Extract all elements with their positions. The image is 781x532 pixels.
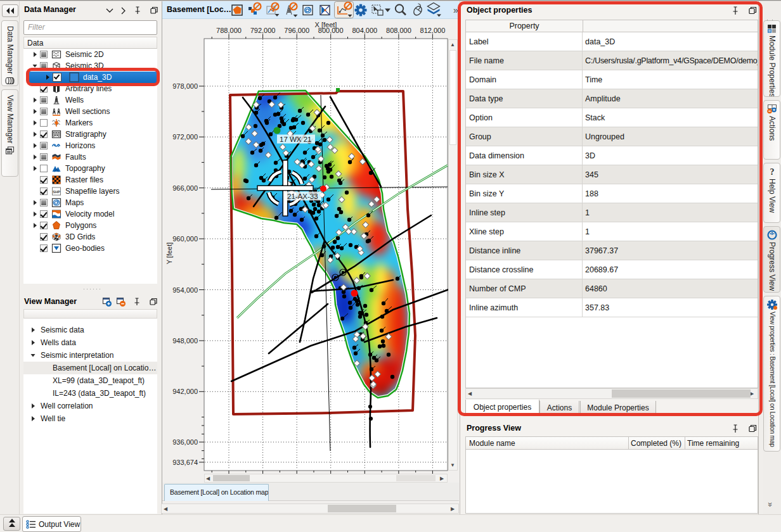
svg-text:808,000: 808,000 (386, 27, 411, 34)
svg-text:SHP: SHP (53, 190, 60, 194)
svg-text:788,000: 788,000 (216, 27, 242, 34)
svg-text:960,000: 960,000 (172, 235, 198, 243)
svg-text:17 WX 21: 17 WX 21 (280, 136, 312, 143)
svg-text:966,000: 966,000 (172, 184, 198, 192)
svg-text:792,000: 792,000 (250, 27, 276, 34)
svg-text:812,000: 812,000 (420, 27, 446, 34)
svg-text:804,000: 804,000 (352, 27, 377, 34)
svg-text:972,000: 972,000 (172, 133, 198, 141)
svg-text:978,000: 978,000 (172, 82, 198, 90)
svg-text:796,000: 796,000 (284, 27, 309, 34)
svg-text:Y [feet]: Y [feet] (165, 243, 173, 265)
svg-text:954,000: 954,000 (172, 286, 198, 294)
svg-text:933,674: 933,674 (172, 459, 198, 466)
svg-text:21-AX-33: 21-AX-33 (287, 193, 318, 200)
svg-text:936,000: 936,000 (172, 438, 198, 446)
svg-text:X [feet]: X [feet] (315, 21, 337, 28)
svg-text:?: ? (770, 167, 774, 177)
svg-text:948,000: 948,000 (172, 337, 198, 345)
svg-text:942,000: 942,000 (172, 388, 198, 395)
